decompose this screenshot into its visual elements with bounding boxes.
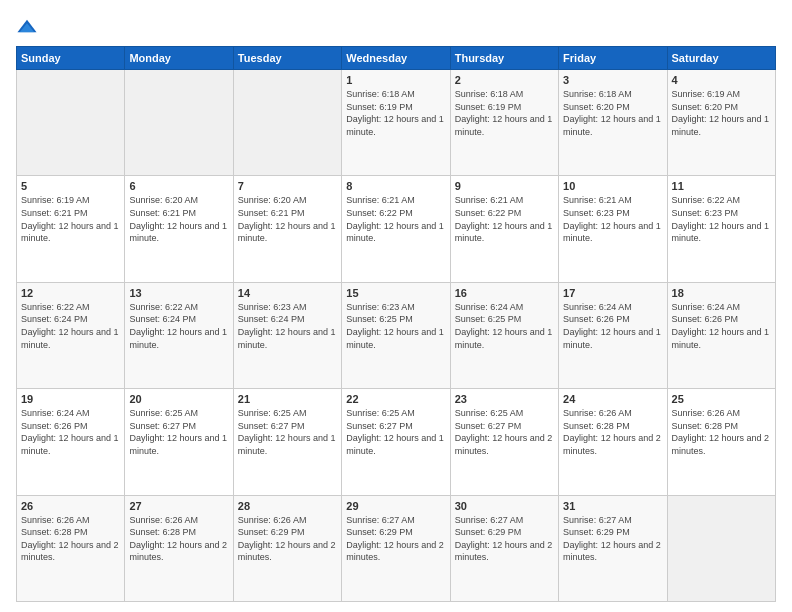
- calendar-cell: 2Sunrise: 6:18 AMSunset: 6:19 PMDaylight…: [450, 70, 558, 176]
- day-number: 7: [238, 180, 337, 192]
- day-number: 8: [346, 180, 445, 192]
- calendar-cell: 18Sunrise: 6:24 AMSunset: 6:26 PMDayligh…: [667, 282, 775, 388]
- calendar-cell: 1Sunrise: 6:18 AMSunset: 6:19 PMDaylight…: [342, 70, 450, 176]
- day-info: Sunrise: 6:22 AMSunset: 6:24 PMDaylight:…: [21, 301, 120, 351]
- day-number: 19: [21, 393, 120, 405]
- day-info: Sunrise: 6:27 AMSunset: 6:29 PMDaylight:…: [346, 514, 445, 564]
- day-number: 16: [455, 287, 554, 299]
- calendar-week-row: 26Sunrise: 6:26 AMSunset: 6:28 PMDayligh…: [17, 495, 776, 601]
- calendar-cell: 20Sunrise: 6:25 AMSunset: 6:27 PMDayligh…: [125, 389, 233, 495]
- day-info: Sunrise: 6:22 AMSunset: 6:24 PMDaylight:…: [129, 301, 228, 351]
- day-info: Sunrise: 6:26 AMSunset: 6:28 PMDaylight:…: [21, 514, 120, 564]
- day-number: 4: [672, 74, 771, 86]
- day-number: 17: [563, 287, 662, 299]
- day-number: 9: [455, 180, 554, 192]
- calendar-cell: 16Sunrise: 6:24 AMSunset: 6:25 PMDayligh…: [450, 282, 558, 388]
- calendar-header-row: SundayMondayTuesdayWednesdayThursdayFrid…: [17, 47, 776, 70]
- day-info: Sunrise: 6:20 AMSunset: 6:21 PMDaylight:…: [129, 194, 228, 244]
- day-number: 6: [129, 180, 228, 192]
- day-info: Sunrise: 6:23 AMSunset: 6:24 PMDaylight:…: [238, 301, 337, 351]
- day-number: 3: [563, 74, 662, 86]
- calendar-cell: [125, 70, 233, 176]
- calendar-cell: 31Sunrise: 6:27 AMSunset: 6:29 PMDayligh…: [559, 495, 667, 601]
- calendar-table: SundayMondayTuesdayWednesdayThursdayFrid…: [16, 46, 776, 602]
- day-number: 31: [563, 500, 662, 512]
- day-info: Sunrise: 6:23 AMSunset: 6:25 PMDaylight:…: [346, 301, 445, 351]
- calendar-cell: 19Sunrise: 6:24 AMSunset: 6:26 PMDayligh…: [17, 389, 125, 495]
- day-number: 29: [346, 500, 445, 512]
- calendar-cell: 17Sunrise: 6:24 AMSunset: 6:26 PMDayligh…: [559, 282, 667, 388]
- day-info: Sunrise: 6:27 AMSunset: 6:29 PMDaylight:…: [563, 514, 662, 564]
- day-info: Sunrise: 6:24 AMSunset: 6:26 PMDaylight:…: [563, 301, 662, 351]
- day-number: 28: [238, 500, 337, 512]
- calendar-cell: 28Sunrise: 6:26 AMSunset: 6:29 PMDayligh…: [233, 495, 341, 601]
- calendar-cell: 30Sunrise: 6:27 AMSunset: 6:29 PMDayligh…: [450, 495, 558, 601]
- calendar-cell: 10Sunrise: 6:21 AMSunset: 6:23 PMDayligh…: [559, 176, 667, 282]
- day-number: 14: [238, 287, 337, 299]
- calendar-week-row: 1Sunrise: 6:18 AMSunset: 6:19 PMDaylight…: [17, 70, 776, 176]
- calendar-cell: 4Sunrise: 6:19 AMSunset: 6:20 PMDaylight…: [667, 70, 775, 176]
- day-info: Sunrise: 6:18 AMSunset: 6:19 PMDaylight:…: [346, 88, 445, 138]
- day-info: Sunrise: 6:25 AMSunset: 6:27 PMDaylight:…: [346, 407, 445, 457]
- day-info: Sunrise: 6:24 AMSunset: 6:26 PMDaylight:…: [672, 301, 771, 351]
- page: SundayMondayTuesdayWednesdayThursdayFrid…: [0, 0, 792, 612]
- calendar-cell: 23Sunrise: 6:25 AMSunset: 6:27 PMDayligh…: [450, 389, 558, 495]
- day-number: 13: [129, 287, 228, 299]
- day-info: Sunrise: 6:24 AMSunset: 6:26 PMDaylight:…: [21, 407, 120, 457]
- day-info: Sunrise: 6:26 AMSunset: 6:28 PMDaylight:…: [129, 514, 228, 564]
- calendar-cell: 12Sunrise: 6:22 AMSunset: 6:24 PMDayligh…: [17, 282, 125, 388]
- day-header-sunday: Sunday: [17, 47, 125, 70]
- day-number: 25: [672, 393, 771, 405]
- calendar-cell: 3Sunrise: 6:18 AMSunset: 6:20 PMDaylight…: [559, 70, 667, 176]
- calendar-cell: 26Sunrise: 6:26 AMSunset: 6:28 PMDayligh…: [17, 495, 125, 601]
- calendar-cell: [17, 70, 125, 176]
- day-number: 10: [563, 180, 662, 192]
- day-info: Sunrise: 6:21 AMSunset: 6:23 PMDaylight:…: [563, 194, 662, 244]
- day-number: 22: [346, 393, 445, 405]
- calendar-cell: 27Sunrise: 6:26 AMSunset: 6:28 PMDayligh…: [125, 495, 233, 601]
- calendar-cell: 29Sunrise: 6:27 AMSunset: 6:29 PMDayligh…: [342, 495, 450, 601]
- day-number: 2: [455, 74, 554, 86]
- calendar-cell: 13Sunrise: 6:22 AMSunset: 6:24 PMDayligh…: [125, 282, 233, 388]
- day-number: 23: [455, 393, 554, 405]
- day-info: Sunrise: 6:24 AMSunset: 6:25 PMDaylight:…: [455, 301, 554, 351]
- calendar-week-row: 5Sunrise: 6:19 AMSunset: 6:21 PMDaylight…: [17, 176, 776, 282]
- day-number: 1: [346, 74, 445, 86]
- calendar-cell: 9Sunrise: 6:21 AMSunset: 6:22 PMDaylight…: [450, 176, 558, 282]
- calendar-week-row: 12Sunrise: 6:22 AMSunset: 6:24 PMDayligh…: [17, 282, 776, 388]
- day-header-wednesday: Wednesday: [342, 47, 450, 70]
- day-number: 12: [21, 287, 120, 299]
- day-number: 18: [672, 287, 771, 299]
- calendar-cell: 14Sunrise: 6:23 AMSunset: 6:24 PMDayligh…: [233, 282, 341, 388]
- day-number: 5: [21, 180, 120, 192]
- day-info: Sunrise: 6:26 AMSunset: 6:28 PMDaylight:…: [672, 407, 771, 457]
- calendar-cell: 24Sunrise: 6:26 AMSunset: 6:28 PMDayligh…: [559, 389, 667, 495]
- day-info: Sunrise: 6:20 AMSunset: 6:21 PMDaylight:…: [238, 194, 337, 244]
- day-info: Sunrise: 6:18 AMSunset: 6:20 PMDaylight:…: [563, 88, 662, 138]
- day-number: 26: [21, 500, 120, 512]
- day-header-tuesday: Tuesday: [233, 47, 341, 70]
- calendar-cell: 5Sunrise: 6:19 AMSunset: 6:21 PMDaylight…: [17, 176, 125, 282]
- day-number: 30: [455, 500, 554, 512]
- day-info: Sunrise: 6:19 AMSunset: 6:21 PMDaylight:…: [21, 194, 120, 244]
- calendar-cell: 21Sunrise: 6:25 AMSunset: 6:27 PMDayligh…: [233, 389, 341, 495]
- day-info: Sunrise: 6:26 AMSunset: 6:29 PMDaylight:…: [238, 514, 337, 564]
- day-header-saturday: Saturday: [667, 47, 775, 70]
- calendar-cell: 6Sunrise: 6:20 AMSunset: 6:21 PMDaylight…: [125, 176, 233, 282]
- calendar-cell: [667, 495, 775, 601]
- day-info: Sunrise: 6:19 AMSunset: 6:20 PMDaylight:…: [672, 88, 771, 138]
- calendar-cell: 7Sunrise: 6:20 AMSunset: 6:21 PMDaylight…: [233, 176, 341, 282]
- day-number: 20: [129, 393, 228, 405]
- day-number: 24: [563, 393, 662, 405]
- day-info: Sunrise: 6:25 AMSunset: 6:27 PMDaylight:…: [455, 407, 554, 457]
- calendar-cell: 15Sunrise: 6:23 AMSunset: 6:25 PMDayligh…: [342, 282, 450, 388]
- day-header-friday: Friday: [559, 47, 667, 70]
- day-number: 21: [238, 393, 337, 405]
- calendar-cell: 11Sunrise: 6:22 AMSunset: 6:23 PMDayligh…: [667, 176, 775, 282]
- day-info: Sunrise: 6:18 AMSunset: 6:19 PMDaylight:…: [455, 88, 554, 138]
- calendar-cell: 25Sunrise: 6:26 AMSunset: 6:28 PMDayligh…: [667, 389, 775, 495]
- logo-icon: [16, 16, 38, 38]
- day-info: Sunrise: 6:26 AMSunset: 6:28 PMDaylight:…: [563, 407, 662, 457]
- calendar-cell: [233, 70, 341, 176]
- day-info: Sunrise: 6:21 AMSunset: 6:22 PMDaylight:…: [346, 194, 445, 244]
